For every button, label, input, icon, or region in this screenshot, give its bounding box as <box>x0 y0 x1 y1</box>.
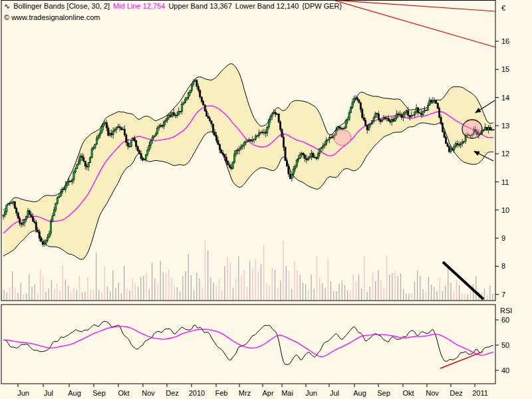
indicator-label: Bollinger Bands [Close, 30, 2] <box>13 2 110 10</box>
rsi-red-trend-line <box>440 352 483 368</box>
rsi-tick-label: 60 <box>501 316 509 324</box>
month-tick-label: Sep <box>377 389 390 397</box>
rsi-line <box>3 321 493 364</box>
month-tick-label: Apr <box>262 389 273 397</box>
month-tick-label: Aug <box>68 389 81 397</box>
month-tick-label: Jul <box>330 389 339 397</box>
black-trend-line <box>443 262 483 299</box>
month-tick-label: Nov <box>142 389 155 397</box>
month-tick-label: Mrz <box>239 389 251 397</box>
price-tick-label: 14 <box>501 94 509 102</box>
currency-label: € <box>501 4 505 12</box>
price-tick-label: 12 <box>501 150 509 158</box>
lower-band-value: Lower Band 12,140 <box>235 2 299 10</box>
mid-line-value: Mid Line 12,754 <box>113 2 165 10</box>
highlight-ellipse <box>334 130 351 146</box>
chart-page: €16151413121110987RSI605040JunJulAugSepO… <box>0 0 532 399</box>
rsi-panel-frame <box>1 305 495 384</box>
watermark: © www.tradesignalonline.com <box>4 13 100 21</box>
rsi-panel-series <box>3 321 493 368</box>
rsi-tick-label: 50 <box>501 341 509 349</box>
price-tick-label: 16 <box>501 37 509 45</box>
price-tick-label: 9 <box>501 234 505 242</box>
symbol-label: {DPW GER} <box>302 2 342 10</box>
month-tick-label: Jun <box>17 389 29 397</box>
bollinger-band <box>3 64 493 259</box>
red-trend-line <box>333 0 495 47</box>
month-tick-label: Sep <box>92 389 106 397</box>
red-trend-line <box>332 0 495 11</box>
month-tick-label: Aug <box>353 389 366 397</box>
month-tick-label: Jun <box>305 389 317 397</box>
month-tick-label: Jul <box>44 389 53 397</box>
price-tick-label: 11 <box>501 178 509 186</box>
price-tick-label: 15 <box>501 65 509 73</box>
band-fill <box>3 64 493 259</box>
month-tick-label: Okt <box>402 389 414 397</box>
price-tick-label: 10 <box>501 206 509 214</box>
chart-canvas: €16151413121110987RSI605040JunJulAugSepO… <box>0 0 532 399</box>
price-tick-label: 13 <box>501 122 509 130</box>
highlight-ellipse <box>462 120 482 138</box>
upper-band-value: Upper Band 13,367 <box>168 2 231 10</box>
price-tick-label: 7 <box>501 291 505 299</box>
month-tick-label: Mai <box>281 389 293 397</box>
month-tick-label: Dez <box>450 389 463 397</box>
chart-title: ∿Bollinger Bands [Close, 30, 2]Mid Line … <box>4 2 345 11</box>
rsi-tick-label: 40 <box>501 366 509 374</box>
month-tick-label: Feb <box>215 389 228 397</box>
month-tick-label: Okt <box>118 389 129 397</box>
indicator-squiggle-icon: ∿ <box>4 2 10 10</box>
rsi-axis-label: RSI <box>500 307 512 315</box>
month-tick-label: 2011 <box>472 389 488 397</box>
month-tick-label: Nov <box>426 389 439 397</box>
month-tick-label: 2010 <box>189 389 205 397</box>
price-tick-label: 8 <box>501 262 505 270</box>
month-tick-label: Dez <box>166 389 179 397</box>
